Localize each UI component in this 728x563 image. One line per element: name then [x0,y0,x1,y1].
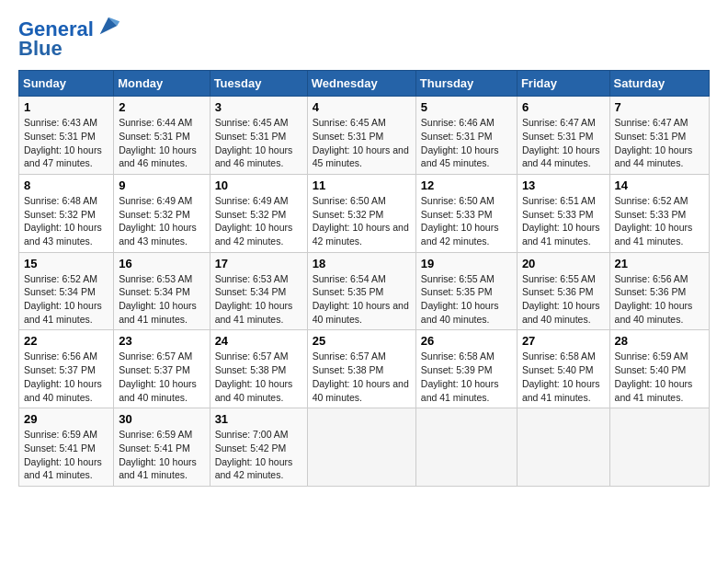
day-info: Sunrise: 6:46 AMSunset: 5:31 PMDaylight:… [421,117,499,168]
day-number: 27 [522,334,605,348]
calendar-body: 1 Sunrise: 6:43 AMSunset: 5:31 PMDayligh… [19,97,710,487]
week-row-1: 1 Sunrise: 6:43 AMSunset: 5:31 PMDayligh… [19,97,710,175]
day-cell: 7 Sunrise: 6:47 AMSunset: 5:31 PMDayligh… [609,97,709,175]
day-cell: 17 Sunrise: 6:53 AMSunset: 5:34 PMDaylig… [210,252,307,330]
day-info: Sunrise: 6:45 AMSunset: 5:31 PMDaylight:… [215,117,293,168]
day-number: 28 [615,334,704,348]
day-number: 17 [215,257,302,270]
day-cell: 6 Sunrise: 6:47 AMSunset: 5:31 PMDayligh… [517,97,609,175]
day-number: 22 [24,334,108,348]
day-number: 14 [615,178,704,192]
day-cell: 18 Sunrise: 6:54 AMSunset: 5:35 PMDaylig… [307,252,415,330]
day-info: Sunrise: 6:44 AMSunset: 5:31 PMDaylight:… [119,117,197,168]
day-info: Sunrise: 6:45 AMSunset: 5:31 PMDaylight:… [313,117,409,168]
weekday-header-friday: Friday [517,71,609,97]
day-cell: 29 Sunrise: 6:59 AMSunset: 5:41 PMDaylig… [19,408,114,487]
day-number: 25 [313,334,411,348]
day-cell [609,408,709,487]
weekday-header-tuesday: Tuesday [210,71,307,97]
day-info: Sunrise: 6:48 AMSunset: 5:32 PMDaylight:… [24,195,102,247]
day-number: 30 [119,412,204,426]
day-info: Sunrise: 6:50 AMSunset: 5:32 PMDaylight:… [313,195,409,247]
day-info: Sunrise: 6:53 AMSunset: 5:34 PMDaylight:… [215,273,293,325]
day-info: Sunrise: 6:50 AMSunset: 5:33 PMDaylight:… [421,195,499,247]
day-cell: 22 Sunrise: 6:56 AMSunset: 5:37 PMDaylig… [19,330,114,408]
day-number: 2 [119,100,204,114]
calendar-table: SundayMondayTuesdayWednesdayThursdayFrid… [18,70,710,487]
day-cell: 14 Sunrise: 6:52 AMSunset: 5:33 PMDaylig… [609,174,709,252]
day-info: Sunrise: 6:59 AMSunset: 5:40 PMDaylight:… [615,350,693,402]
day-cell: 30 Sunrise: 6:59 AMSunset: 5:41 PMDaylig… [114,408,210,487]
day-cell: 16 Sunrise: 6:53 AMSunset: 5:34 PMDaylig… [114,252,210,330]
day-info: Sunrise: 6:54 AMSunset: 5:35 PMDaylight:… [313,273,409,325]
day-info: Sunrise: 6:59 AMSunset: 5:41 PMDaylight:… [119,429,197,480]
week-row-4: 22 Sunrise: 6:56 AMSunset: 5:37 PMDaylig… [19,330,710,408]
day-cell: 9 Sunrise: 6:49 AMSunset: 5:32 PMDayligh… [114,174,210,252]
day-number: 26 [421,334,512,348]
day-number: 11 [313,178,411,192]
weekday-header-row: SundayMondayTuesdayWednesdayThursdayFrid… [19,71,710,97]
week-row-5: 29 Sunrise: 6:59 AMSunset: 5:41 PMDaylig… [19,408,710,487]
day-info: Sunrise: 6:55 AMSunset: 5:36 PMDaylight:… [522,273,600,325]
day-number: 7 [615,100,704,114]
day-number: 1 [24,100,108,114]
day-number: 13 [522,178,605,192]
day-number: 16 [119,257,204,270]
day-info: Sunrise: 6:57 AMSunset: 5:37 PMDaylight:… [119,350,197,402]
day-number: 29 [24,412,108,426]
day-info: Sunrise: 6:52 AMSunset: 5:34 PMDaylight:… [24,273,102,325]
day-cell: 3 Sunrise: 6:45 AMSunset: 5:31 PMDayligh… [210,97,307,175]
day-info: Sunrise: 6:49 AMSunset: 5:32 PMDaylight:… [215,195,293,247]
day-cell: 11 Sunrise: 6:50 AMSunset: 5:32 PMDaylig… [307,174,415,252]
day-cell: 5 Sunrise: 6:46 AMSunset: 5:31 PMDayligh… [415,97,517,175]
day-number: 21 [615,257,704,270]
day-info: Sunrise: 6:57 AMSunset: 5:38 PMDaylight:… [215,350,293,402]
logo-icon [96,13,121,39]
day-cell: 1 Sunrise: 6:43 AMSunset: 5:31 PMDayligh… [19,97,114,175]
day-cell [517,408,609,487]
day-number: 18 [313,257,411,270]
day-number: 12 [421,178,512,192]
day-number: 20 [522,257,605,270]
day-cell: 28 Sunrise: 6:59 AMSunset: 5:40 PMDaylig… [609,330,709,408]
day-number: 3 [215,100,302,114]
day-cell: 12 Sunrise: 6:50 AMSunset: 5:33 PMDaylig… [415,174,517,252]
day-cell: 2 Sunrise: 6:44 AMSunset: 5:31 PMDayligh… [114,97,210,175]
day-info: Sunrise: 6:43 AMSunset: 5:31 PMDaylight:… [24,117,102,168]
day-number: 9 [119,178,204,192]
weekday-header-saturday: Saturday [609,71,709,97]
day-info: Sunrise: 6:53 AMSunset: 5:34 PMDaylight:… [119,273,197,325]
day-cell: 27 Sunrise: 6:58 AMSunset: 5:40 PMDaylig… [517,330,609,408]
day-cell [307,408,415,487]
weekday-header-monday: Monday [114,71,210,97]
day-number: 31 [215,412,302,426]
day-info: Sunrise: 6:56 AMSunset: 5:37 PMDaylight:… [24,350,102,402]
day-info: Sunrise: 7:00 AMSunset: 5:42 PMDaylight:… [215,429,293,480]
day-cell: 15 Sunrise: 6:52 AMSunset: 5:34 PMDaylig… [19,252,114,330]
day-cell: 25 Sunrise: 6:57 AMSunset: 5:38 PMDaylig… [307,330,415,408]
day-cell: 23 Sunrise: 6:57 AMSunset: 5:37 PMDaylig… [114,330,210,408]
day-cell: 10 Sunrise: 6:49 AMSunset: 5:32 PMDaylig… [210,174,307,252]
day-cell: 24 Sunrise: 6:57 AMSunset: 5:38 PMDaylig… [210,330,307,408]
day-cell: 20 Sunrise: 6:55 AMSunset: 5:36 PMDaylig… [517,252,609,330]
day-cell: 21 Sunrise: 6:56 AMSunset: 5:36 PMDaylig… [609,252,709,330]
page-header: General Blue [18,18,710,61]
day-cell [415,408,517,487]
day-info: Sunrise: 6:56 AMSunset: 5:36 PMDaylight:… [615,273,693,325]
weekday-header-sunday: Sunday [19,71,114,97]
day-info: Sunrise: 6:55 AMSunset: 5:35 PMDaylight:… [421,273,499,325]
day-cell: 19 Sunrise: 6:55 AMSunset: 5:35 PMDaylig… [415,252,517,330]
day-cell: 4 Sunrise: 6:45 AMSunset: 5:31 PMDayligh… [307,97,415,175]
day-number: 19 [421,257,512,270]
day-number: 8 [24,178,108,192]
day-cell: 26 Sunrise: 6:58 AMSunset: 5:39 PMDaylig… [415,330,517,408]
day-cell: 31 Sunrise: 7:00 AMSunset: 5:42 PMDaylig… [210,408,307,487]
day-info: Sunrise: 6:57 AMSunset: 5:38 PMDaylight:… [313,350,409,402]
weekday-header-wednesday: Wednesday [307,71,415,97]
day-info: Sunrise: 6:47 AMSunset: 5:31 PMDaylight:… [615,117,693,168]
day-number: 15 [24,257,108,270]
day-number: 10 [215,178,302,192]
day-info: Sunrise: 6:51 AMSunset: 5:33 PMDaylight:… [522,195,600,247]
day-number: 23 [119,334,204,348]
day-info: Sunrise: 6:58 AMSunset: 5:39 PMDaylight:… [421,350,499,402]
